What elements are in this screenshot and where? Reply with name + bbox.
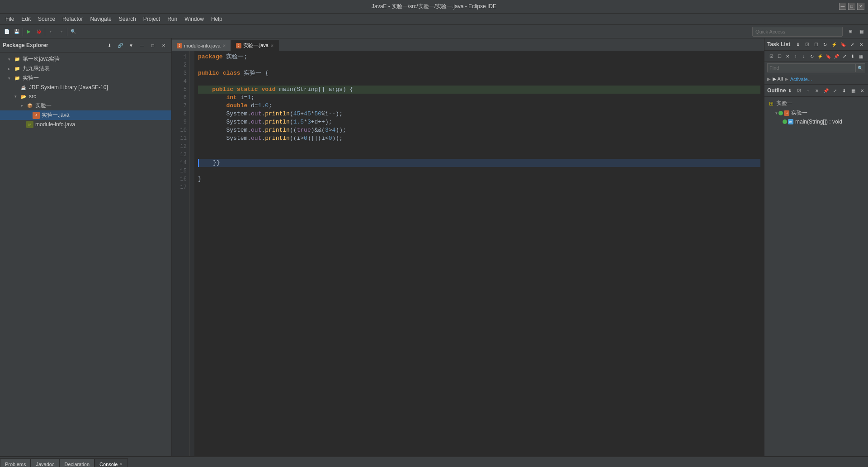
tl-btn2[interactable]: ☑ (803, 40, 811, 48)
ol-btn3[interactable]: ↑ (804, 86, 812, 95)
ol-btn1[interactable]: ⬇ (786, 86, 794, 95)
tl-btn6[interactable]: 🔖 (839, 40, 847, 48)
pe-collapse-btn[interactable]: ⬇ (104, 40, 114, 50)
ol-btn8[interactable]: ▦ (849, 86, 857, 95)
bottom-tab-javadoc[interactable]: Javadoc (31, 458, 59, 467)
line-number: 4 (174, 77, 187, 86)
tl-filter7[interactable]: ⚡ (816, 52, 824, 60)
package-explorer-tree: ▾📁第一次java实验▸📁九九乘法表▾📁实验一 ☕JRE System Libr… (0, 52, 171, 456)
close-button[interactable]: ✕ (857, 3, 864, 10)
tl-filter3[interactable]: ✕ (783, 52, 792, 60)
ol-btn4[interactable]: ✕ (813, 86, 821, 95)
tl-filter6[interactable]: ↻ (808, 52, 816, 60)
perspectives-button[interactable]: ⊞ (845, 27, 855, 37)
code-editor[interactable]: 1234567891011121314151617 package 实验一; p… (172, 51, 764, 456)
tl-btn3[interactable]: ☐ (812, 40, 820, 48)
debug-button[interactable]: 🐞 (34, 27, 44, 37)
pe-menu-btn[interactable]: ▼ (126, 40, 136, 50)
tree-item-第一次java实验[interactable]: ▾📁第一次java实验 (0, 54, 171, 64)
run-button[interactable]: ▶ (24, 27, 34, 37)
tl-btn1[interactable]: ⬇ (794, 40, 802, 48)
ol-btn2[interactable]: ☑ (795, 86, 803, 95)
bottom-tab-declaration[interactable]: Declaration (59, 458, 94, 467)
bottom-tab-console[interactable]: Console ✕ (94, 458, 128, 467)
task-find-input[interactable] (767, 63, 855, 72)
editor-tab-module-info.java[interactable]: Jmodule-info.java✕ (172, 40, 231, 51)
task-find-button[interactable]: 🔍 (855, 63, 865, 72)
tree-item-module-info.java[interactable]: Mmodule-info.java (0, 120, 171, 129)
forward-button[interactable]: → (56, 27, 66, 37)
tl-close[interactable]: ✕ (857, 40, 865, 48)
tab-close-button[interactable]: ✕ (270, 43, 274, 48)
tl-filter1[interactable]: ☑ (767, 52, 775, 60)
menu-item-source[interactable]: Source (34, 15, 59, 23)
tab-close-button[interactable]: ✕ (222, 43, 226, 48)
tl-filter2[interactable]: ☐ (775, 52, 783, 60)
package-explorer-header: Package Explorer ⬇ 🔗 ▼ — □ ✕ (0, 38, 171, 52)
code-content[interactable]: package 实验一; public class 实验一 { public s… (194, 51, 764, 456)
tl-filter12[interactable]: ▦ (857, 52, 865, 60)
tree-item-实验一.java[interactable]: J实验一.java (0, 110, 171, 120)
tl-filter4[interactable]: ↑ (792, 52, 800, 60)
outline-toolbar: ⬇ ☑ ↑ ✕ 📌 ⤢ ⬇ ▦ ✕ (786, 86, 866, 95)
tree-item-label: module-info.java (35, 121, 75, 128)
menu-item-window[interactable]: Window (181, 15, 208, 23)
tree-item-九九乘法表[interactable]: ▸📁九九乘法表 (0, 64, 171, 73)
menu-item-file[interactable]: File (2, 15, 18, 23)
menu-item-help[interactable]: Help (208, 15, 226, 23)
outline-item-实验一[interactable]: ▾C实验一 (766, 108, 866, 118)
ol-btn7[interactable]: ⬇ (840, 86, 848, 95)
pe-min-btn[interactable]: — (137, 40, 147, 50)
tl-filter9[interactable]: 📌 (832, 52, 840, 60)
menu-item-run[interactable]: Run (164, 15, 181, 23)
menu-item-refactor[interactable]: Refactor (59, 15, 86, 23)
code-line: System.out.println((true)&&(3>4)); (198, 126, 760, 134)
tl-btn5[interactable]: ⚡ (830, 40, 838, 48)
tl-btn7[interactable]: ⤢ (848, 40, 856, 48)
search-button[interactable]: 🔍 (68, 27, 78, 37)
line-number: 1 (174, 53, 187, 61)
tl-btn4[interactable]: ↻ (821, 40, 829, 48)
new-button[interactable]: 📄 (2, 27, 12, 37)
minimize-button[interactable]: — (839, 3, 846, 10)
toolbar-sep-3 (67, 28, 67, 36)
task-activate-link[interactable]: Activate... (790, 76, 812, 82)
maximize-button[interactable]: □ (848, 3, 855, 10)
save-button[interactable]: 💾 (12, 27, 22, 37)
menu-item-search[interactable]: Search (115, 15, 140, 23)
code-line: System.out.println((i>0)||(i<0)); (198, 134, 760, 143)
tl-filter10[interactable]: ⤢ (840, 52, 849, 60)
outline-item-实验一[interactable]: ⊞实验一 (766, 99, 866, 108)
tree-item-实验一[interactable]: ▾📦实验一 (0, 101, 171, 110)
tl-filter5[interactable]: ↓ (800, 52, 808, 60)
pe-max-btn[interactable]: □ (148, 40, 158, 50)
menu-item-edit[interactable]: Edit (18, 15, 34, 23)
tree-item-JRE System Library [JavaSE-10][interactable]: ☕JRE System Library [JavaSE-10] (0, 83, 171, 92)
menu-item-navigate[interactable]: Navigate (86, 15, 115, 23)
bottom-tab-close[interactable]: ✕ (119, 462, 123, 467)
pe-toolbar: ⬇ 🔗 ▼ — □ ✕ (104, 40, 169, 50)
tree-item-src[interactable]: ▾📂src (0, 92, 171, 101)
menu-item-project[interactable]: Project (140, 15, 164, 23)
quick-access-input[interactable] (752, 27, 843, 37)
tl-filter11[interactable]: ⬇ (849, 52, 857, 60)
tl-filter8[interactable]: 🔖 (824, 52, 832, 60)
line-number: 6 (174, 94, 187, 102)
pe-close-btn[interactable]: ✕ (159, 40, 169, 50)
ol-btn5[interactable]: 📌 (822, 86, 830, 95)
tree-item-label: src (29, 93, 36, 100)
outline-expand-icon: ▾ (775, 111, 778, 115)
task-all-label[interactable]: ▶ All (773, 76, 783, 82)
ol-close[interactable]: ✕ (858, 86, 866, 95)
back-button[interactable]: ← (46, 27, 56, 37)
pe-link-btn[interactable]: 🔗 (115, 40, 125, 50)
tab-label: module-info.java (184, 43, 221, 48)
editor-tab-实验一.java[interactable]: J实验一.java✕ (231, 40, 279, 51)
bottom-tab-problems[interactable]: Problems (0, 458, 31, 467)
outline-item-main(String[]) : void[interactable]: mmain(String[]) : void (766, 118, 866, 126)
ol-btn6[interactable]: ⤢ (831, 86, 839, 95)
editor-tabs: Jmodule-info.java✕J实验一.java✕ (172, 38, 764, 51)
views-button[interactable]: ▦ (856, 27, 866, 37)
main-layout: Package Explorer ⬇ 🔗 ▼ — □ ✕ ▾📁第一次java实验… (0, 38, 868, 456)
tree-item-实验一[interactable]: ▾📁实验一 (0, 73, 171, 83)
